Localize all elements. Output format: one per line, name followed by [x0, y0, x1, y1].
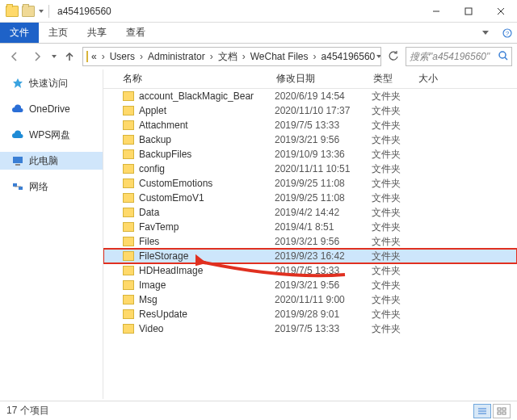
refresh-button[interactable] [385, 48, 402, 65]
file-date: 2020/11/11 9:00 [275, 294, 372, 305]
tab-file[interactable]: 文件 [0, 23, 39, 43]
file-row[interactable]: Files2019/3/21 9:56文件夹 [103, 234, 517, 249]
sidebar-item-pc[interactable]: 此电脑 [0, 152, 103, 170]
breadcrumb-item[interactable]: a454196560 [320, 51, 377, 62]
folder-icon [86, 51, 88, 62]
col-header-size[interactable]: 大小 [418, 72, 438, 86]
col-header-type[interactable]: 类型 [373, 72, 418, 86]
svg-rect-1 [465, 8, 472, 15]
file-row[interactable]: Backup2019/3/21 9:56文件夹 [103, 132, 517, 147]
breadcrumb-bar[interactable]: « ›Users›Administrator›文档›WeChat Files›a… [82, 47, 381, 66]
pc-icon [11, 155, 24, 166]
ribbon-expand-button[interactable] [473, 23, 498, 43]
file-type: 文件夹 [372, 206, 417, 220]
column-headers[interactable]: 名称 修改日期 类型 大小 [103, 69, 517, 89]
minimize-button[interactable] [420, 0, 452, 23]
search-input[interactable]: 搜索"a454196560" [406, 47, 512, 66]
sidebar-item-label: 此电脑 [29, 154, 58, 168]
help-icon: ? [502, 28, 512, 38]
file-name: Image [139, 279, 275, 291]
details-view-icon [477, 407, 487, 415]
qat-open-icon[interactable] [21, 4, 36, 19]
nav-history-dropdown[interactable] [52, 55, 57, 58]
sidebar-item-cloud[interactable]: OneDrive [0, 100, 103, 118]
svg-rect-19 [502, 408, 506, 410]
file-pane: 名称 修改日期 类型 大小 account_BlackMagic_Bear202… [103, 69, 517, 399]
file-type: 文件夹 [372, 119, 417, 132]
breadcrumb-overflow[interactable]: « [90, 51, 99, 62]
breadcrumb-item[interactable]: 文档 [216, 51, 239, 62]
breadcrumb-item[interactable]: Users [108, 51, 137, 62]
file-row[interactable]: Attachment2019/7/5 13:33文件夹 [103, 118, 517, 132]
file-date: 2019/7/5 13:33 [275, 265, 372, 276]
file-row[interactable]: config2020/11/11 10:51文件夹 [103, 162, 517, 176]
file-row[interactable]: FileStorage2019/9/23 16:42文件夹 [103, 249, 517, 263]
file-row[interactable]: CustomEmoV12019/9/25 11:08文件夹 [103, 191, 517, 205]
sidebar-item-label: WPS网盘 [29, 128, 70, 142]
tab-share[interactable]: 共享 [78, 23, 116, 43]
file-date: 2020/6/19 14:54 [275, 90, 372, 102]
col-header-date[interactable]: 修改日期 [276, 72, 373, 86]
maximize-button[interactable] [452, 0, 485, 23]
breadcrumb-item[interactable]: WeChat Files [249, 51, 310, 62]
file-row[interactable]: CustomEmotions2019/9/25 11:08文件夹 [103, 176, 517, 191]
nav-forward-button[interactable] [27, 47, 47, 66]
nav-sidebar: 快速访问OneDriveWPS网盘此电脑网络 [0, 69, 103, 399]
file-type: 文件夹 [372, 264, 417, 278]
breadcrumb-item[interactable]: Administrator [146, 51, 207, 62]
file-type: 文件夹 [372, 322, 417, 336]
folder-icon [123, 91, 134, 101]
folder-icon [123, 135, 134, 145]
svg-rect-13 [19, 187, 23, 190]
file-row[interactable]: Msg2020/11/11 9:00文件夹 [103, 292, 517, 307]
view-details-button[interactable] [473, 404, 491, 418]
close-button[interactable] [485, 0, 517, 23]
file-name: FavTemp [139, 221, 275, 233]
view-icons-button[interactable] [493, 404, 511, 418]
help-button[interactable]: ? [498, 23, 517, 43]
file-date: 2020/11/11 10:51 [275, 163, 372, 174]
ribbon-tabs: 文件 主页 共享 查看 ? [0, 23, 517, 44]
folder-icon [123, 295, 134, 304]
status-item-count: 17 个项目 [6, 404, 49, 418]
file-row[interactable]: Video2019/7/5 13:33文件夹 [103, 321, 517, 336]
tab-view[interactable]: 查看 [116, 23, 155, 43]
file-list[interactable]: account_BlackMagic_Bear2020/6/19 14:54文件… [103, 89, 517, 399]
file-type: 文件夹 [372, 293, 417, 307]
file-name: Backup [139, 134, 275, 145]
breadcrumb-sep: › [137, 51, 146, 62]
file-row[interactable]: Data2019/4/2 14:42文件夹 [103, 205, 517, 220]
folder-icon [123, 120, 134, 130]
svg-point-7 [499, 52, 506, 58]
nav-up-button[interactable] [60, 47, 79, 66]
file-row[interactable]: FavTemp2019/4/1 8:51文件夹 [103, 220, 517, 234]
file-name: Applet [139, 105, 275, 116]
file-type: 文件夹 [372, 148, 417, 162]
folder-icon [123, 193, 134, 203]
file-row[interactable]: HDHeadImage2019/7/5 13:33文件夹 [103, 263, 517, 278]
file-row[interactable]: ResUpdate2019/9/28 9:01文件夹 [103, 307, 517, 321]
titlebar-divider [48, 5, 49, 18]
file-date: 2019/4/1 8:51 [275, 221, 372, 233]
tab-home[interactable]: 主页 [39, 23, 78, 43]
nav-back-button[interactable] [5, 47, 24, 66]
svg-rect-10 [13, 157, 23, 163]
file-row[interactable]: BackupFiles2019/10/9 13:36文件夹 [103, 147, 517, 162]
file-date: 2019/3/21 9:56 [275, 279, 372, 291]
folder-icon [123, 222, 134, 232]
file-date: 2019/9/28 9:01 [275, 309, 372, 320]
file-row[interactable]: Applet2020/11/10 17:37文件夹 [103, 103, 517, 118]
svg-rect-12 [13, 183, 17, 187]
sidebar-item-net[interactable]: 网络 [0, 178, 103, 195]
sidebar-item-wps[interactable]: WPS网盘 [0, 126, 103, 144]
col-header-name[interactable]: 名称 [123, 72, 276, 86]
file-row[interactable]: account_BlackMagic_Bear2020/6/19 14:54文件… [103, 89, 517, 103]
breadcrumb-dropdown[interactable] [376, 55, 381, 58]
sidebar-item-star[interactable]: 快速访问 [0, 74, 103, 92]
file-type: 文件夹 [372, 104, 417, 118]
window-title: a454196560 [54, 6, 420, 17]
title-bar: a454196560 [0, 0, 517, 23]
qat-dropdown-icon[interactable] [39, 10, 44, 13]
file-row[interactable]: Image2019/3/21 9:56文件夹 [103, 278, 517, 292]
file-date: 2019/3/21 9:56 [275, 236, 372, 247]
